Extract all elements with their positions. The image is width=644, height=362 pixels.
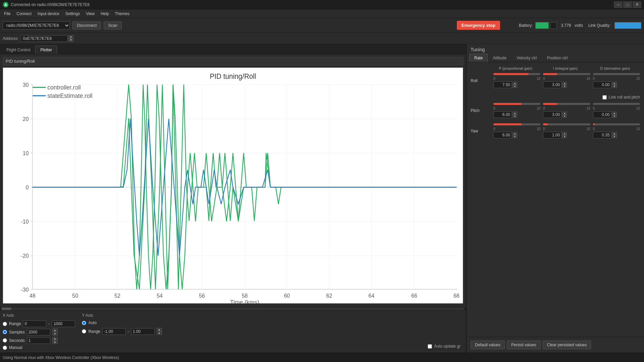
x-manual-radio[interactable]: [3, 346, 7, 350]
pid-roll-p-input[interactable]: [493, 81, 512, 88]
persist-values-button[interactable]: Persist values: [507, 341, 541, 349]
pid-roll-d-up[interactable]: ▲: [612, 82, 617, 85]
pid-pitch-p-up[interactable]: ▲: [513, 112, 517, 115]
pid-roll-d-down[interactable]: ▼: [612, 85, 617, 88]
pid-roll-p-up[interactable]: ▲: [513, 82, 517, 85]
pid-pitch-p-track[interactable]: [493, 103, 540, 105]
pid-roll-d-track[interactable]: [593, 73, 640, 75]
x-seconds-down[interactable]: ▼: [52, 341, 58, 344]
link-roll-pitch-checkbox[interactable]: [602, 95, 607, 100]
pid-yaw-p-down[interactable]: ▼: [513, 135, 517, 138]
pid-roll-i-track[interactable]: [543, 73, 590, 75]
pid-yaw-p-up[interactable]: ▲: [513, 132, 517, 135]
tuning-tab-position-ctrl[interactable]: Position ctrl: [542, 54, 573, 62]
pid-pitch-i-value-row: ▲ ▼: [543, 111, 590, 118]
emergency-stop-button[interactable]: Emergency stop: [457, 21, 500, 30]
pid-yaw-p-track[interactable]: [493, 123, 540, 125]
pid-yaw-d-track[interactable]: [593, 123, 640, 125]
scrollbar-thumb[interactable]: [1, 307, 11, 310]
svg-text:-10: -10: [21, 219, 29, 225]
tuning-tab-attitude[interactable]: Attitude: [488, 54, 512, 62]
y-range-min-input[interactable]: [102, 328, 126, 335]
pid-pitch-i-up[interactable]: ▲: [562, 112, 567, 115]
default-values-button[interactable]: Default values: [471, 341, 505, 349]
pid-roll-p-track[interactable]: [493, 73, 540, 75]
close-button[interactable]: ✕: [633, 1, 641, 8]
maximize-button[interactable]: □: [623, 1, 632, 8]
y-auto-radio[interactable]: [82, 321, 86, 325]
pid-pitch-p-input[interactable]: [493, 111, 512, 118]
menu-settings[interactable]: Settings: [63, 11, 83, 17]
x-range-radio[interactable]: [3, 322, 7, 326]
x-seconds-radio[interactable]: [3, 338, 7, 343]
menu-file[interactable]: File: [1, 11, 13, 17]
auto-update-checkbox[interactable]: [428, 344, 432, 349]
pid-yaw-i-up[interactable]: ▲: [562, 132, 567, 135]
x-range-min-input[interactable]: [23, 320, 46, 327]
svg-text:0: 0: [26, 184, 29, 190]
tuning-tab-velocity-ctrl[interactable]: Velocity ctrl: [512, 54, 542, 62]
pid-pitch-d-input[interactable]: [593, 111, 611, 118]
x-samples-radio[interactable]: [3, 330, 7, 334]
pid-roll-p-down[interactable]: ▼: [513, 85, 517, 88]
pid-roll-i-down[interactable]: ▼: [562, 85, 567, 88]
minimize-button[interactable]: ─: [614, 1, 623, 8]
y-range-max-input[interactable]: [131, 328, 155, 335]
pid-yaw-d-fill: [593, 123, 595, 125]
pid-pitch-p-value-row: ▲ ▼: [493, 111, 540, 118]
pid-pitch-d-up[interactable]: ▲: [612, 112, 617, 115]
svg-text:48: 48: [30, 293, 36, 299]
pid-roll-i-up[interactable]: ▲: [562, 82, 567, 85]
x-samples-down[interactable]: ▼: [52, 332, 58, 336]
battery-indicator: [535, 22, 557, 29]
scrollbar-track[interactable]: [1, 307, 465, 310]
pid-pitch-d-range: 010: [593, 107, 640, 110]
pid-yaw-i-track[interactable]: [543, 123, 590, 125]
pid-roll-d-value-row: ▲ ▼: [593, 81, 640, 88]
menu-view[interactable]: View: [83, 11, 97, 17]
scan-button[interactable]: Scan: [104, 21, 121, 29]
pid-yaw-p-input[interactable]: [493, 132, 512, 138]
pid-yaw-d-down[interactable]: ▼: [612, 135, 617, 138]
pid-yaw-d-input[interactable]: [593, 132, 611, 138]
pid-roll-i-input[interactable]: [543, 81, 561, 88]
tab-flight-control[interactable]: Flight Control: [1, 46, 35, 54]
x-seconds-up[interactable]: ▲: [52, 337, 58, 340]
pid-roll-d-input[interactable]: [593, 81, 611, 88]
y-range-up[interactable]: ▲: [157, 328, 162, 331]
radio-address-select[interactable]: radio://0/88/2M/E7E7E7E7E8: [3, 21, 70, 29]
pid-yaw-i-down[interactable]: ▼: [562, 135, 567, 138]
pid-pitch-p-down[interactable]: ▼: [513, 115, 517, 118]
menu-connect[interactable]: Connect: [14, 11, 34, 17]
y-range-radio[interactable]: [82, 329, 86, 334]
tuning-tab-rate[interactable]: Rate: [469, 54, 488, 62]
volts-unit: volts: [575, 23, 583, 28]
menu-themes[interactable]: Themes: [112, 11, 132, 17]
pid-yaw-d-value-row: ▲ ▼: [593, 132, 640, 138]
menu-input-device[interactable]: Input device: [35, 11, 62, 17]
menu-help[interactable]: Help: [98, 11, 112, 17]
pid-row-roll: Roll 010 ▲ ▼: [471, 73, 640, 88]
tab-plotter[interactable]: Plotter: [35, 46, 57, 54]
y-range-down[interactable]: ▼: [157, 331, 162, 335]
pid-pitch-d-down[interactable]: ▼: [612, 115, 617, 118]
pid-yaw-d-up[interactable]: ▲: [612, 132, 617, 135]
address-input[interactable]: [20, 35, 67, 42]
pid-pitch-d-track[interactable]: [593, 103, 640, 105]
disconnect-button[interactable]: Disconnect: [72, 21, 101, 29]
pid-yaw-i-input[interactable]: [543, 132, 561, 138]
pid-pitch-i-track[interactable]: [543, 103, 590, 105]
left-panel: Flight Control Plotter PID tuning/Roll P…: [0, 44, 466, 353]
address-spin-up[interactable]: ▲: [68, 35, 73, 39]
pid-pitch-i-down[interactable]: ▼: [562, 115, 567, 118]
address-spin-down[interactable]: ▼: [68, 39, 73, 42]
pid-roll-p-spin: ▲ ▼: [513, 82, 517, 88]
x-samples-up[interactable]: ▲: [52, 328, 58, 332]
x-range-max-input[interactable]: [52, 320, 75, 327]
x-seconds-input[interactable]: [27, 337, 50, 344]
x-samples-input[interactable]: [27, 329, 50, 336]
chart-scrollbar[interactable]: [0, 306, 466, 310]
pid-pitch-i-input[interactable]: [543, 111, 561, 118]
clear-persisted-values-button[interactable]: Clear persisted values: [543, 341, 591, 349]
pid-row-pitch: Pitch 010 ▲ ▼: [471, 103, 640, 118]
